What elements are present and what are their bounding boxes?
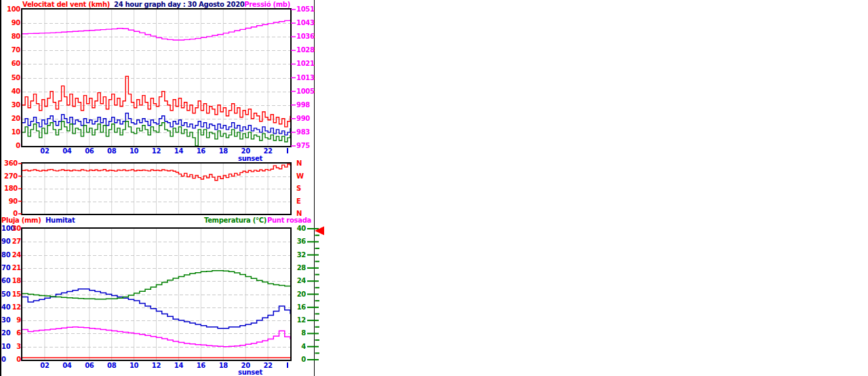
wind-y-tick-label: 0 bbox=[0, 142, 20, 150]
temperature-y-tick-label: 20 bbox=[294, 290, 306, 299]
wind-y-tick-label: 20 bbox=[0, 115, 20, 123]
pressure-y-tick-label: 1005 bbox=[296, 88, 315, 96]
wind-y-tick-label: 30 bbox=[0, 101, 20, 109]
rain-y-tick-label: 15 bbox=[9, 290, 21, 299]
rain-y-tick-label: 9 bbox=[9, 316, 21, 324]
wind-pressure-chart bbox=[21, 8, 292, 147]
hour-label: 22 bbox=[260, 362, 275, 370]
compass-point-label: W bbox=[296, 172, 307, 181]
temperature-y-tick-label: 36 bbox=[294, 238, 306, 246]
hour-label: 12 bbox=[149, 362, 164, 370]
hour-label: 10 bbox=[127, 362, 142, 370]
pressure-y-tick-label: 975 bbox=[296, 142, 315, 150]
rain-y-tick-label: 24 bbox=[9, 251, 21, 259]
hour-label: 10 bbox=[127, 147, 142, 155]
wind-plot-area bbox=[22, 10, 290, 146]
temperature-y-tick-label: 8 bbox=[294, 329, 306, 337]
compass-point-label: E bbox=[296, 198, 307, 206]
dir-plot-area bbox=[22, 164, 290, 214]
hour-label: 16 bbox=[193, 147, 208, 155]
wind-y-tick-label: 10 bbox=[0, 128, 20, 136]
hygro-plot-area bbox=[22, 229, 290, 360]
pressure-y-tick-label: 983 bbox=[296, 128, 315, 136]
pressure-y-tick-label: 1051 bbox=[296, 5, 315, 14]
direction-y-tick-label: 90 bbox=[0, 198, 18, 206]
pressure-y-tick-label: 1013 bbox=[296, 74, 315, 82]
rain-y-tick-label: 6 bbox=[9, 329, 21, 337]
hour-label: 02 bbox=[37, 147, 52, 155]
wind-y-tick-label: 90 bbox=[0, 19, 20, 27]
direction-y-tick-label: 0 bbox=[0, 210, 18, 218]
direction-y-tick-label: 360 bbox=[0, 159, 18, 168]
pressure-y-tick-label: 990 bbox=[296, 115, 315, 123]
rain-y-tick-label: 12 bbox=[9, 303, 21, 312]
rain-humidity-temp-dew-chart bbox=[21, 227, 292, 361]
wind-y-tick-label: 70 bbox=[0, 46, 20, 54]
hour-label: 18 bbox=[216, 362, 231, 370]
temperature-y-tick-label: 40 bbox=[294, 225, 306, 233]
sunset-label-top: sunset bbox=[235, 155, 265, 163]
temperature-y-tick-label: 12 bbox=[294, 316, 306, 324]
temperature-y-tick-label: 32 bbox=[294, 251, 306, 259]
pressure-y-tick-label: 1028 bbox=[296, 46, 315, 54]
pressure-y-tick-label: 1021 bbox=[296, 60, 315, 68]
temperature-y-tick-label: 28 bbox=[294, 264, 306, 272]
hour-label: 16 bbox=[193, 362, 208, 370]
hour-label: 06 bbox=[82, 147, 97, 155]
compass-point-label: N bbox=[296, 159, 307, 168]
hour-label: 06 bbox=[82, 362, 97, 370]
hour-label: 18 bbox=[216, 147, 231, 155]
wind-y-tick-label: 80 bbox=[0, 33, 20, 41]
hour-label: 08 bbox=[104, 362, 119, 370]
hour-label: 04 bbox=[60, 362, 75, 370]
temperature-y-tick-label: 0 bbox=[294, 356, 306, 364]
wind-direction-chart bbox=[21, 162, 292, 215]
hour-label: 02 bbox=[37, 362, 52, 370]
temperature-y-tick-label: 24 bbox=[294, 277, 306, 285]
rain-y-tick-label: 0 bbox=[9, 356, 21, 364]
temperature-axis-title: Temperatura (°C) bbox=[176, 217, 267, 225]
compass-point-label: S bbox=[296, 185, 307, 193]
rain-y-tick-label: 3 bbox=[9, 343, 21, 351]
wind-y-tick-label: 60 bbox=[0, 60, 20, 68]
hour-label: 14 bbox=[171, 147, 186, 155]
pressure-y-tick-label: 1043 bbox=[296, 19, 315, 27]
compass-point-label: N bbox=[296, 210, 307, 218]
humidity-axis-title: Humitat bbox=[45, 217, 75, 225]
rain-y-tick-label: 18 bbox=[9, 277, 21, 285]
rain-y-tick-label: 27 bbox=[9, 238, 21, 246]
temperature-y-tick-label: 16 bbox=[294, 303, 306, 312]
temperature-max-arrow-icon bbox=[315, 227, 324, 236]
pressure-y-tick-label: 1036 bbox=[296, 33, 315, 41]
hour-label: 12 bbox=[149, 147, 164, 155]
rain-y-tick-label: 21 bbox=[9, 264, 21, 272]
hour-label: 22 bbox=[260, 147, 275, 155]
pressure-y-tick-label: 998 bbox=[296, 101, 315, 109]
wind-y-tick-label: 100 bbox=[0, 5, 20, 14]
direction-y-tick-label: 270 bbox=[0, 172, 18, 181]
wind-y-tick-label: 50 bbox=[0, 74, 20, 82]
rain-y-tick-label: 30 bbox=[9, 225, 21, 233]
wind-y-tick-label: 40 bbox=[0, 88, 20, 96]
direction-y-tick-label: 180 bbox=[0, 185, 18, 193]
hour-label: 04 bbox=[60, 147, 75, 155]
hour-label: 08 bbox=[104, 147, 119, 155]
weather-24h-graph-page: Velocitat del vent (kmh) 24 hour graph d… bbox=[0, 0, 868, 376]
hour-label: 20 bbox=[238, 362, 253, 370]
temperature-y-tick-label: 4 bbox=[294, 343, 306, 351]
hour-label: 14 bbox=[171, 362, 186, 370]
hour-label: 20 bbox=[238, 147, 253, 155]
